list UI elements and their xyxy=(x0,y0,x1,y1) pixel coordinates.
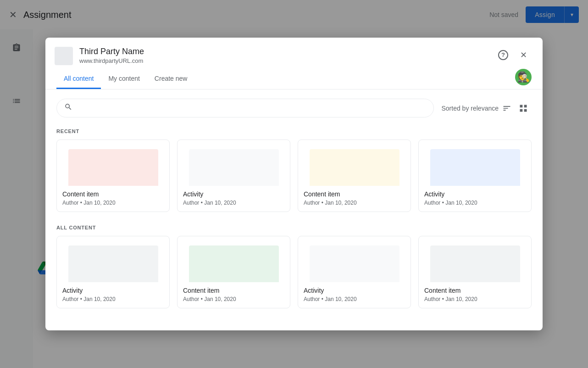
tab-create-new[interactable]: Create new xyxy=(147,69,195,89)
modal: Third Party Name www.thirdpartyURL.com ?… xyxy=(45,38,543,330)
card-meta: Author • Jan 10, 2020 xyxy=(424,200,526,206)
user-avatar: 🕵 xyxy=(515,69,532,85)
grid-icon xyxy=(519,104,528,113)
card-info: Activity Author • Jan 10, 2020 xyxy=(298,282,410,308)
card-thumbnail xyxy=(178,236,290,282)
content-card[interactable]: Content item Author • Jan 10, 2020 xyxy=(418,236,532,308)
sort-button[interactable] xyxy=(499,102,515,115)
modal-header-actions: ? ✕ xyxy=(495,47,532,63)
search-container: Sorted by relevance xyxy=(56,99,532,117)
content-card[interactable]: Content item Author • Jan 10, 2020 xyxy=(298,139,411,212)
all-content-label: ALL CONTENT xyxy=(56,225,532,230)
card-meta: Author • Jan 10, 2020 xyxy=(62,296,164,302)
recent-grid: Content item Author • Jan 10, 2020 Activ… xyxy=(56,139,532,212)
card-meta: Author • Jan 10, 2020 xyxy=(304,200,405,206)
modal-tabs: All content My content Create new 🕵 xyxy=(45,69,543,89)
recent-label: RECENT xyxy=(56,128,532,134)
card-thumbnail xyxy=(178,140,290,186)
help-button[interactable]: ? xyxy=(495,47,511,63)
thumbnail-image xyxy=(310,149,399,186)
card-info: Content item Author • Jan 10, 2020 xyxy=(419,282,531,308)
thumbnail-image xyxy=(68,149,158,186)
sort-icon xyxy=(502,104,511,113)
thumbnail-image xyxy=(430,245,520,282)
grid-view-button[interactable] xyxy=(515,102,532,115)
content-card[interactable]: Content item Author • Jan 10, 2020 xyxy=(177,236,290,308)
modal-body: Sorted by relevance RECENT xyxy=(45,89,543,330)
thumbnail-image xyxy=(310,245,399,282)
card-title: Content item xyxy=(424,287,526,294)
modal-backdrop: Third Party Name www.thirdpartyURL.com ?… xyxy=(0,0,588,368)
sort-label: Sorted by relevance xyxy=(441,105,499,112)
search-icon xyxy=(64,103,72,113)
card-meta: Author • Jan 10, 2020 xyxy=(183,200,284,206)
modal-partner-name: Third Party Name xyxy=(79,47,495,56)
card-title: Content item xyxy=(183,287,284,294)
card-title: Content item xyxy=(62,190,164,198)
recent-section: RECENT Content item Author • Jan 10, 202… xyxy=(56,128,532,212)
card-thumbnail xyxy=(57,236,169,282)
content-card[interactable]: Activity Author • Jan 10, 2020 xyxy=(298,236,411,308)
card-info: Activity Author • Jan 10, 2020 xyxy=(178,186,290,212)
card-title: Content item xyxy=(304,190,405,198)
all-content-grid: Activity Author • Jan 10, 2020 Content i… xyxy=(56,236,532,308)
card-thumbnail xyxy=(419,236,531,282)
card-title: Activity xyxy=(424,190,526,198)
card-meta: Author • Jan 10, 2020 xyxy=(183,296,284,302)
card-meta: Author • Jan 10, 2020 xyxy=(62,200,164,206)
card-title: Activity xyxy=(183,190,284,198)
thumbnail-image xyxy=(189,245,279,282)
modal-header: Third Party Name www.thirdpartyURL.com ?… xyxy=(45,38,543,65)
content-card[interactable]: Activity Author • Jan 10, 2020 xyxy=(177,139,290,212)
card-meta: Author • Jan 10, 2020 xyxy=(304,296,405,302)
thumbnail-image xyxy=(189,149,279,186)
thumbnail-image xyxy=(430,149,520,186)
card-info: Activity Author • Jan 10, 2020 xyxy=(57,282,169,308)
close-icon: ✕ xyxy=(520,50,527,60)
card-thumbnail xyxy=(298,236,410,282)
card-info: Content item Author • Jan 10, 2020 xyxy=(57,186,169,212)
all-content-section: ALL CONTENT Activity Author • Jan 10, 20… xyxy=(56,225,532,308)
content-card[interactable]: Activity Author • Jan 10, 2020 xyxy=(56,236,170,308)
card-thumbnail xyxy=(419,140,531,186)
card-info: Content item Author • Jan 10, 2020 xyxy=(298,186,410,212)
search-input[interactable] xyxy=(77,104,426,112)
content-card[interactable]: Content item Author • Jan 10, 2020 xyxy=(56,139,170,212)
card-info: Activity Author • Jan 10, 2020 xyxy=(419,186,531,212)
modal-close-button[interactable]: ✕ xyxy=(515,47,532,63)
modal-partner-url: www.thirdpartyURL.com xyxy=(79,57,495,64)
tab-all-content[interactable]: All content xyxy=(56,69,101,89)
avatar-emoji: 🕵 xyxy=(517,72,530,82)
help-icon: ? xyxy=(498,50,508,60)
thumbnail-image xyxy=(68,245,158,282)
card-title: Activity xyxy=(62,287,164,294)
card-thumbnail xyxy=(298,140,410,186)
content-card[interactable]: Activity Author • Jan 10, 2020 xyxy=(418,139,532,212)
tab-my-content[interactable]: My content xyxy=(101,69,147,89)
card-meta: Author • Jan 10, 2020 xyxy=(424,296,526,302)
modal-logo xyxy=(55,47,73,65)
card-title: Activity xyxy=(304,287,405,294)
modal-title-group: Third Party Name www.thirdpartyURL.com xyxy=(79,47,495,64)
card-thumbnail xyxy=(57,140,169,186)
card-info: Content item Author • Jan 10, 2020 xyxy=(178,282,290,308)
search-bar xyxy=(56,99,434,117)
